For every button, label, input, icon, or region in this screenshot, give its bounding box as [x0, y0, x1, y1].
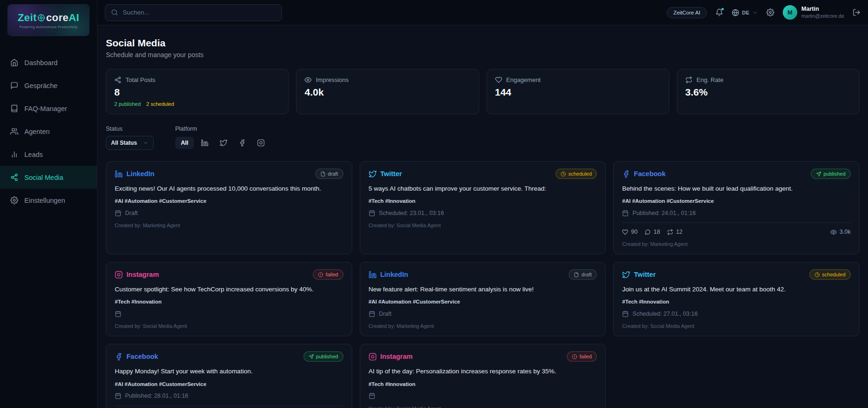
linkedin-icon	[369, 271, 377, 279]
post-card[interactable]: Instagram failed Customer spotlight: See…	[106, 262, 352, 336]
user-menu[interactable]: M Martin martin@zeitcore.de	[783, 5, 844, 20]
post-schedule-text: Draft	[125, 210, 138, 216]
post-platform-name: Twitter	[380, 170, 402, 178]
workspace-badge[interactable]: ZeitCore AI	[667, 7, 707, 18]
post-card[interactable]: Twitter scheduled Join us at the AI Summ…	[613, 262, 860, 336]
stat-head: Impressions	[304, 76, 470, 83]
stat-head: Total Posts	[114, 76, 280, 83]
calendar-icon	[369, 210, 375, 216]
heart-icon	[495, 76, 502, 83]
settings-button[interactable]	[766, 8, 774, 16]
status-filter-select[interactable]: All Status	[106, 136, 154, 150]
post-card[interactable]: LinkedIn draft New feature alert: Real-t…	[360, 262, 606, 336]
clock-icon	[561, 171, 566, 177]
post-card[interactable]: Facebook published Happy Monday! Start y…	[106, 344, 352, 408]
repeat-icon	[685, 76, 692, 83]
notifications-button[interactable]	[715, 8, 723, 16]
posts-grid: LinkedIn draft Exciting news! Our AI age…	[106, 161, 860, 408]
stat-value: 8	[114, 87, 280, 98]
comment-icon	[645, 229, 651, 235]
platform-filter-button[interactable]	[215, 136, 231, 150]
platform-filter-button[interactable]	[253, 136, 269, 150]
post-card[interactable]: LinkedIn draft Exciting news! Our AI age…	[106, 161, 352, 254]
sidebar-item[interactable]: Dashboard	[0, 51, 97, 74]
post-likes: 90	[622, 229, 638, 235]
heart-icon	[622, 229, 628, 235]
stat-label: Total Posts	[126, 76, 156, 83]
post-card[interactable]: Facebook published Behind the scenes: Ho…	[613, 161, 860, 254]
post-head: LinkedIn draft	[115, 169, 343, 179]
users-icon	[10, 127, 18, 135]
facebook-icon	[115, 353, 123, 361]
instagram-icon	[369, 353, 377, 361]
search-input[interactable]	[123, 9, 276, 16]
platform-filter-group: Platform All	[175, 126, 269, 150]
post-schedule-text: Published: 24.01., 01:16	[632, 210, 696, 216]
globe-icon	[732, 9, 739, 16]
share-icon	[114, 76, 121, 83]
sidebar-item-label: Dashboard	[24, 59, 58, 67]
instagram-icon	[115, 271, 123, 279]
share-icon	[10, 173, 18, 181]
search-icon	[111, 9, 118, 16]
platform-filter-button[interactable]	[234, 136, 250, 150]
brain-circuit-icon	[37, 14, 45, 22]
sidebar-item[interactable]: Leads	[0, 143, 97, 166]
twitter-icon	[622, 271, 630, 279]
post-status-badge: failed	[313, 269, 343, 280]
post-platform-name: Instagram	[126, 271, 159, 278]
status-filter-value: All Status	[111, 140, 137, 146]
sidebar-item[interactable]: Gespräche	[0, 74, 97, 97]
sidebar-item-label: Leads	[24, 151, 43, 158]
chat-icon	[10, 82, 18, 89]
post-platform-name: Facebook	[634, 170, 666, 178]
post-status-label: failed	[579, 354, 592, 359]
post-creator: Created by: Marketing Agent	[115, 223, 343, 228]
facebook-icon	[622, 170, 630, 178]
post-creator: Created by: Social Media Agent	[369, 406, 597, 408]
post-content: 5 ways AI chatbots can improve your cust…	[369, 185, 597, 193]
platform-filter-button[interactable]	[197, 136, 213, 150]
user-meta: Martin martin@zeitcore.de	[801, 6, 844, 19]
post-comments: 18	[645, 229, 660, 235]
post-platform: Facebook	[622, 170, 666, 178]
post-schedule: Published: 24.01., 01:16	[622, 209, 851, 216]
language-selector[interactable]: DE	[732, 9, 758, 16]
logout-button[interactable]	[853, 8, 861, 16]
post-platform: Twitter	[369, 170, 402, 178]
post-content: AI tip of the day: Personalization incre…	[369, 367, 597, 376]
stat-value: 144	[495, 87, 661, 98]
gear-icon	[766, 8, 774, 16]
topbar: ZeitCore AI DE M Martin mar	[97, 0, 868, 25]
post-card[interactable]: Instagram failed AI tip of the day: Pers…	[360, 344, 606, 408]
post-schedule: Published: 28.01., 01:16	[115, 393, 343, 400]
brand-logo[interactable]: Zeit core AI Powering Autonomous Product…	[7, 4, 89, 36]
stats-row: Total Posts 8 2 published 2 scheduled Im…	[106, 69, 860, 114]
post-head: Twitter scheduled	[369, 169, 597, 179]
stat-label: Eng. Rate	[697, 76, 724, 83]
sidebar-item[interactable]: Einstellungen	[0, 189, 97, 212]
post-hashtags: #Tech #Innovation	[369, 198, 597, 204]
sidebar-item[interactable]: Agenten	[0, 120, 97, 143]
post-schedule-text: Draft	[379, 311, 392, 317]
repeat-icon	[667, 229, 673, 235]
post-status-label: draft	[581, 272, 592, 277]
send-icon	[309, 354, 314, 359]
post-content: Join us at the AI Summit 2024. Meet our …	[622, 285, 851, 294]
sidebar-item[interactable]: Social Media	[0, 166, 97, 189]
file-icon	[574, 272, 579, 277]
alert-icon	[572, 354, 577, 359]
topbar-actions: ZeitCore AI DE M Martin mar	[667, 5, 861, 20]
calendar-icon	[369, 393, 375, 399]
status-filter-group: Status All Status	[106, 126, 154, 150]
status-filter-label: Status	[106, 126, 154, 132]
post-head: Twitter scheduled	[622, 269, 851, 280]
twitter-icon	[220, 139, 227, 147]
platform-filter-all-button[interactable]: All	[175, 137, 194, 149]
sidebar-item[interactable]: FAQ-Manager	[0, 97, 97, 120]
stat-sub-scheduled: 2 scheduled	[146, 101, 174, 107]
post-card[interactable]: Twitter scheduled 5 ways AI chatbots can…	[360, 161, 606, 254]
post-views: 3.0k	[831, 229, 851, 235]
logout-icon	[853, 8, 861, 16]
post-views-count: 3.0k	[839, 229, 851, 235]
